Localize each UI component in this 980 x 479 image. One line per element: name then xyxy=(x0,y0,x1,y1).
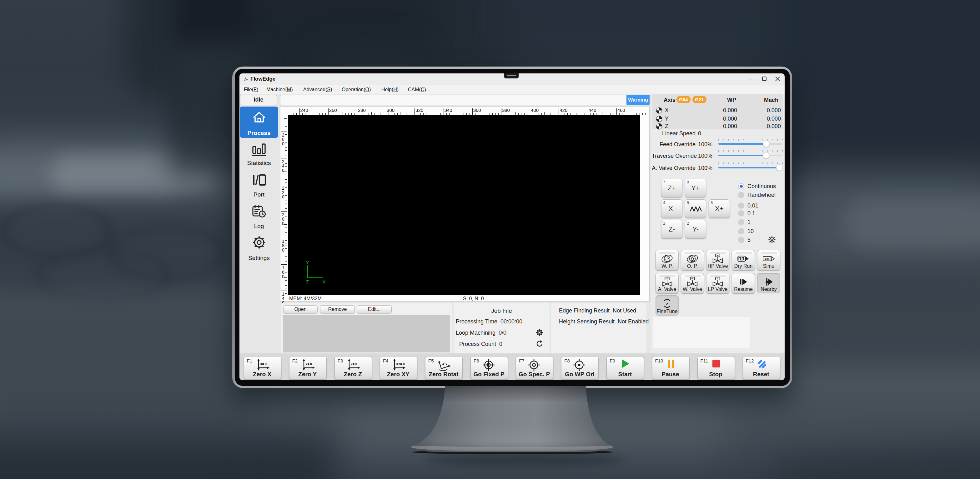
svg-text:XY= 0: XY= 0 xyxy=(396,362,405,366)
svg-text:z: z xyxy=(666,301,668,306)
svg-text:Y= 0: Y= 0 xyxy=(305,362,312,366)
svg-text:Z= 0: Z= 0 xyxy=(351,362,357,366)
svg-text:W: W xyxy=(692,278,694,280)
svg-text:Y: Y xyxy=(306,261,309,265)
svg-text:SIM: SIM xyxy=(765,257,769,260)
svg-text:L: L xyxy=(717,278,718,280)
svg-text:A: A xyxy=(667,278,668,280)
svg-text:Z=0: Z=0 xyxy=(442,362,447,365)
svg-text:X: X xyxy=(322,279,325,284)
svg-text:X= 0: X= 0 xyxy=(260,362,267,366)
svg-text:H: H xyxy=(717,254,719,257)
svg-text:Z: Z xyxy=(306,279,309,284)
